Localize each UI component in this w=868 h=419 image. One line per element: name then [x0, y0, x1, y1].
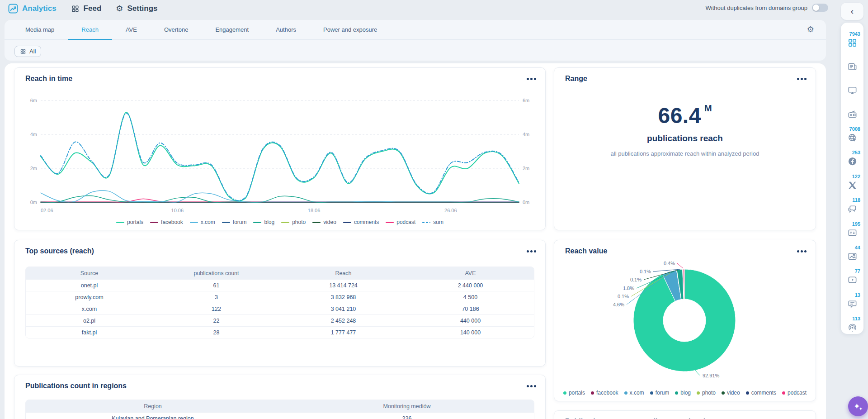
more-menu-icon[interactable]: [797, 78, 799, 80]
table-row: fakt.pl281 777 477140 000: [26, 326, 534, 338]
legend-dot: [722, 391, 725, 395]
table-cell: 4 500: [407, 294, 534, 300]
legend-item-x-com[interactable]: x.com: [190, 219, 215, 225]
dashboard-settings-gear-icon[interactable]: ⚙: [807, 24, 814, 34]
nav-item-analytics[interactable]: Analytics: [8, 4, 57, 14]
sidebar-item-tv[interactable]: [841, 72, 863, 95]
svg-text:2m: 2m: [523, 166, 529, 171]
range-unit: M: [704, 103, 712, 113]
legend-swatch: [343, 222, 351, 223]
legend-item-video[interactable]: video: [312, 219, 336, 225]
sidebar-item-blog[interactable]: 195: [841, 214, 863, 238]
legend-label: blog: [680, 390, 691, 396]
column-header: Reach: [280, 270, 407, 276]
duplicates-toggle[interactable]: [812, 4, 828, 12]
table-cell: fakt.pl: [26, 329, 153, 336]
svg-text:0.1%: 0.1%: [640, 269, 651, 274]
table-cell: 28: [153, 329, 280, 336]
tab-authors[interactable]: Authors: [262, 20, 310, 40]
table-row: x.com1223 041 21070 186: [26, 303, 534, 314]
legend-label: blog: [264, 219, 274, 225]
legend-item-facebook[interactable]: facebook: [150, 219, 183, 225]
range-metric-label: publications reach: [554, 133, 816, 143]
sidebar-item-x-com[interactable]: 122: [841, 167, 863, 190]
legend-item-photo[interactable]: photo: [697, 390, 716, 396]
legend-item-comments[interactable]: comments: [746, 390, 776, 396]
legend-item-comments[interactable]: comments: [343, 219, 379, 225]
sidebar-collapse-button[interactable]: ‹: [841, 3, 863, 20]
source-count: 7008: [849, 126, 860, 132]
range-card: Range 66.4M publications reach all publi…: [554, 67, 816, 230]
table-header-row: RegionMonitoring mediów: [26, 400, 534, 412]
more-menu-icon[interactable]: [527, 78, 529, 80]
legend-dot: [782, 391, 785, 395]
legend-item-podcast[interactable]: podcast: [386, 219, 415, 225]
reach-donut-chart: 0.4%0.1%0.1%1.8%0.1%4.6%92.91%: [565, 257, 805, 390]
table-cell: 2 452 248: [280, 318, 407, 324]
legend-item-blog[interactable]: blog: [675, 390, 691, 396]
sidebar-item-facebook[interactable]: 253: [841, 143, 863, 167]
tab-power-and-exposure[interactable]: Power and exposure: [310, 20, 391, 40]
sidebar-item-comments[interactable]: 13: [841, 285, 863, 309]
legend-label: video: [727, 390, 740, 396]
more-menu-icon[interactable]: [527, 385, 529, 387]
nav-item-settings[interactable]: ⚙ Settings: [116, 4, 157, 13]
sidebar-item-video[interactable]: 77: [841, 262, 863, 285]
legend-item-facebook[interactable]: facebook: [591, 390, 618, 396]
legend-item-portals[interactable]: portals: [563, 390, 585, 396]
nav-item-feed[interactable]: Feed: [71, 4, 102, 13]
comment-icon: [847, 299, 858, 309]
sidebar-item-photo[interactable]: 44: [841, 238, 863, 262]
sidebar-item-radio[interactable]: [841, 95, 863, 119]
sidebar-item-all-sources[interactable]: 7943: [841, 24, 863, 48]
tab-ave[interactable]: AVE: [112, 20, 151, 40]
range-value-row: 66.4M: [554, 103, 816, 128]
x-icon: [847, 180, 858, 190]
svg-text:4m: 4m: [523, 132, 529, 137]
legend-label: comments: [751, 390, 776, 396]
grid-icon: [20, 48, 26, 55]
sidebar-item-podcast[interactable]: 113: [841, 309, 863, 333]
sidebar-item-forum[interactable]: 118: [841, 190, 863, 214]
legend-item-x-com[interactable]: x.com: [624, 390, 644, 396]
top-sources-table: Sourcepublications countReachAVEonet.pl6…: [25, 267, 534, 338]
sidebar-item-web[interactable]: 7008: [841, 119, 863, 143]
svg-text:6m: 6m: [30, 98, 37, 103]
legend-item-sum[interactable]: sum: [422, 219, 443, 225]
legend-dot: [624, 391, 627, 395]
tab-media-map[interactable]: Media map: [12, 20, 68, 40]
nav-settings-label: Settings: [127, 4, 157, 13]
grid-icon: [847, 38, 858, 48]
tab-engagement[interactable]: Engagement: [202, 20, 262, 40]
legend-swatch: [422, 222, 430, 223]
legend-item-video[interactable]: video: [722, 390, 740, 396]
tab-reach[interactable]: Reach: [68, 20, 112, 40]
table-cell: onet.pl: [26, 282, 153, 289]
legend-item-forum[interactable]: forum: [222, 219, 247, 225]
all-filter-button[interactable]: All: [14, 46, 41, 57]
duplicates-toggle-group: Without duplicates from domains group: [706, 4, 828, 12]
legend-dot: [591, 391, 594, 395]
table-cell: 3 832 968: [280, 294, 407, 300]
podcast-icon: [847, 322, 858, 333]
table-cell: prowly.com: [26, 294, 153, 300]
more-menu-icon[interactable]: [797, 250, 799, 252]
card-title: Reach in time: [25, 75, 72, 83]
legend-item-blog[interactable]: blog: [253, 219, 274, 225]
legend-label: photo: [292, 219, 306, 225]
regions-table: RegionMonitoring mediówKujavian and Pome…: [25, 400, 534, 419]
svg-text:26.06: 26.06: [444, 208, 457, 213]
more-menu-icon[interactable]: [527, 250, 529, 252]
sidebar-item-press[interactable]: [841, 48, 863, 71]
svg-text:10.06: 10.06: [171, 208, 184, 213]
legend-item-photo[interactable]: photo: [281, 219, 306, 225]
range-metric: 66.4M publications reach all publication…: [554, 103, 816, 157]
ai-assistant-button[interactable]: ✦ ✦: [848, 396, 868, 416]
legend-item-portals[interactable]: portals: [116, 219, 143, 225]
legend-item-forum[interactable]: forum: [650, 390, 670, 396]
tab-overtone[interactable]: Overtone: [151, 20, 202, 40]
analytics-chart-icon: [8, 4, 18, 14]
svg-text:0.1%: 0.1%: [630, 277, 642, 282]
table-cell: 3 041 210: [280, 306, 407, 312]
legend-item-podcast[interactable]: podcast: [782, 390, 807, 396]
